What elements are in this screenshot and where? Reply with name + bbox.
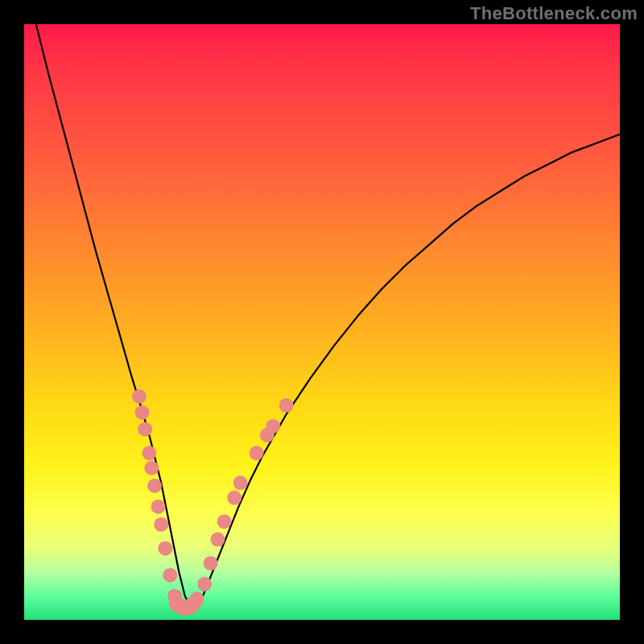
data-marker [217, 514, 232, 529]
data-marker [279, 398, 294, 413]
data-marker [233, 476, 248, 490]
plot-area [24, 24, 620, 620]
data-marker [147, 479, 162, 493]
data-marker [250, 446, 264, 460]
data-marker [163, 568, 177, 583]
data-marker [266, 419, 280, 434]
outer-frame: TheBottleneck.com [0, 0, 644, 644]
data-marker [158, 541, 172, 555]
data-marker [227, 490, 242, 505]
data-marker [132, 390, 147, 404]
data-marker [151, 499, 166, 514]
data-marker [144, 460, 159, 475]
data-marker [211, 532, 225, 547]
data-marker [190, 592, 204, 606]
chart-svg [24, 24, 620, 620]
data-marker [138, 422, 152, 436]
data-marker [154, 518, 168, 532]
data-marker [142, 446, 156, 460]
watermark-text: TheBottleneck.com [470, 3, 638, 24]
data-marker [197, 577, 212, 592]
data-marker [204, 556, 218, 571]
bottleneck-curve [36, 24, 620, 608]
data-marker [135, 405, 150, 419]
